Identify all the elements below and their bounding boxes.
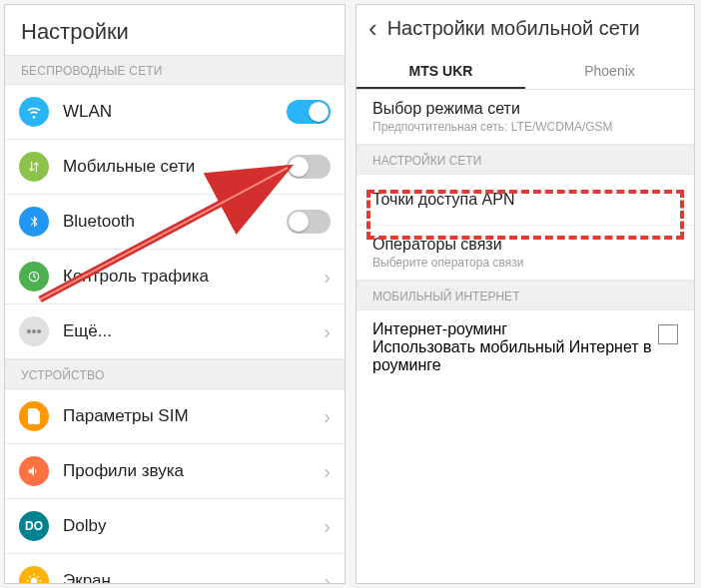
network-mode-title: Выбор режима сети <box>372 100 678 118</box>
mobile-data-icon <box>19 152 49 182</box>
chevron-right-icon: › <box>324 515 331 538</box>
wlan-toggle[interactable] <box>287 100 331 124</box>
dolby-label: Dolby <box>63 516 324 536</box>
row-wlan[interactable]: WLAN <box>5 85 345 140</box>
page-title: Настройки <box>5 5 345 55</box>
row-display[interactable]: Экран › <box>5 554 345 584</box>
operators-title: Операторы связи <box>372 236 678 254</box>
row-operators[interactable]: Операторы связи Выберите оператора связи <box>356 226 694 281</box>
roaming-subtitle: Использовать мобильный Интернет в роумин… <box>372 338 658 374</box>
mobile-toggle[interactable] <box>287 155 331 179</box>
row-more[interactable]: Ещё... › <box>5 304 345 359</box>
section-network-settings: НАСТРОЙКИ СЕТИ <box>356 145 694 175</box>
row-mobile-networks[interactable]: Мобильные сети <box>5 140 345 195</box>
row-apn[interactable]: Точки доступа APN <box>356 175 694 226</box>
chevron-right-icon: › <box>324 460 331 483</box>
roaming-checkbox[interactable] <box>658 324 678 344</box>
back-button[interactable]: ‹ <box>368 15 377 41</box>
wifi-icon <box>19 97 49 127</box>
sound-icon <box>19 456 49 486</box>
bluetooth-icon <box>19 207 49 237</box>
sim-tabs: MTS UKR Phoenix <box>356 53 694 90</box>
row-roaming[interactable]: Интернет-роуминг Использовать мобильный … <box>356 310 694 384</box>
bluetooth-label: Bluetooth <box>63 212 287 232</box>
svg-point-3 <box>37 329 41 333</box>
settings-screen: Настройки БЕСПРОВОДНЫЕ СЕТИ WLAN Мобильн… <box>4 4 346 584</box>
svg-point-4 <box>31 578 38 584</box>
page-title: Настройки мобильной сети <box>387 17 640 40</box>
section-wireless: БЕСПРОВОДНЫЕ СЕТИ <box>5 55 345 85</box>
section-device: УСТРОЙСТВО <box>5 359 345 389</box>
svg-point-1 <box>27 329 31 333</box>
bluetooth-toggle[interactable] <box>287 210 331 234</box>
row-bluetooth[interactable]: Bluetooth <box>5 195 345 250</box>
traffic-icon <box>19 262 49 292</box>
row-traffic[interactable]: Контроль трафика › <box>5 250 345 304</box>
chevron-right-icon: › <box>324 405 331 428</box>
more-icon <box>19 316 49 346</box>
mobile-label: Мобильные сети <box>63 157 287 177</box>
chevron-right-icon: › <box>324 570 331 585</box>
sound-label: Профили звука <box>63 461 324 481</box>
tab-phoenix[interactable]: Phoenix <box>525 53 694 89</box>
chevron-right-icon: › <box>324 266 331 289</box>
roaming-title: Интернет-роуминг <box>372 320 658 338</box>
header: ‹ Настройки мобильной сети <box>356 5 694 53</box>
row-network-mode[interactable]: Выбор режима сети Предпочтительная сеть:… <box>356 90 694 145</box>
row-dolby[interactable]: DO Dolby › <box>5 499 345 554</box>
chevron-right-icon: › <box>324 320 331 343</box>
operators-subtitle: Выберите оператора связи <box>372 256 678 270</box>
network-mode-subtitle: Предпочтительная сеть: LTE/WCDMA/GSM <box>372 120 678 134</box>
mobile-network-screen: ‹ Настройки мобильной сети MTS UKR Phoen… <box>355 4 695 584</box>
wlan-label: WLAN <box>63 102 287 122</box>
row-sound[interactable]: Профили звука › <box>5 444 345 499</box>
apn-title: Точки доступа APN <box>372 191 678 209</box>
sim-icon <box>19 401 49 431</box>
display-icon <box>19 566 49 584</box>
section-mobile-internet: МОБИЛЬНЫЙ ИНТЕРНЕТ <box>356 281 694 310</box>
tab-mts-ukr[interactable]: MTS UKR <box>356 53 525 89</box>
sim-label: Параметры SIM <box>63 406 324 426</box>
display-label: Экран <box>63 571 324 584</box>
traffic-label: Контроль трафика <box>63 267 324 287</box>
row-sim[interactable]: Параметры SIM › <box>5 389 345 444</box>
dolby-icon: DO <box>19 511 49 541</box>
svg-point-2 <box>32 329 36 333</box>
more-label: Ещё... <box>63 321 324 341</box>
